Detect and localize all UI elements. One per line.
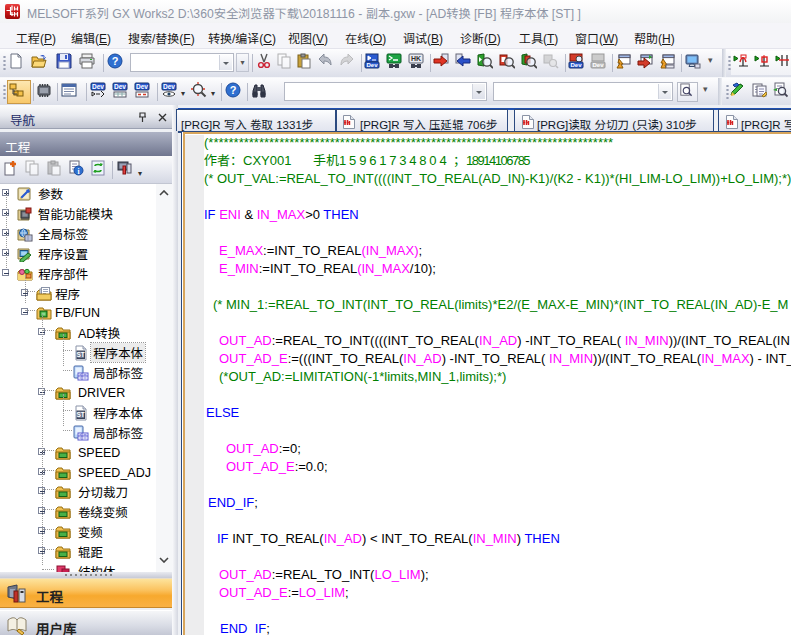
svg-text:Dev: Dev <box>92 83 104 90</box>
svg-text:Dev: Dev <box>366 62 378 68</box>
svg-text:i: i <box>77 167 79 176</box>
svg-text:Dev: Dev <box>592 62 604 68</box>
svg-text:?: ? <box>112 55 119 67</box>
svg-text:Dev: Dev <box>163 83 175 90</box>
svg-text:ST: ST <box>77 411 85 418</box>
svg-text:ST: ST <box>77 351 85 358</box>
svg-text:Dev: Dev <box>136 83 148 90</box>
svg-text:Dev: Dev <box>114 83 126 90</box>
svg-text:Dev: Dev <box>570 62 582 68</box>
svg-text:?: ? <box>230 84 237 96</box>
svg-text:HK: HK <box>411 55 421 62</box>
